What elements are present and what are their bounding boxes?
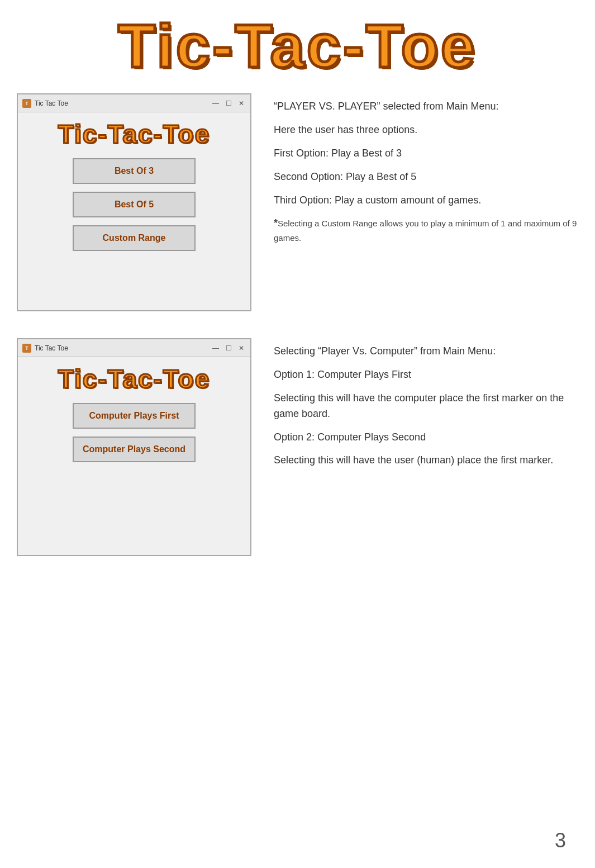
description-panel-2: Selecting “Player Vs. Computer” from Mai… (274, 338, 578, 476)
desc1-note: *Selecting a Custom Range allows you to … (274, 216, 578, 244)
window-logo-1: Tic-Tac-Toe (58, 119, 210, 149)
window-panel-1: T Tic Tac Toe — ☐ ✕ Tic-Tac-Toe Best Of … (17, 93, 251, 311)
desc1-note-text: Selecting a Custom Range allows you to p… (274, 219, 577, 243)
window-titlebar-1: T Tic Tac Toe — ☐ ✕ (18, 94, 250, 112)
desc2-line2: Selecting this will have the computer pl… (274, 391, 578, 422)
desc1-line4: Third Option: Play a custom amount of ga… (274, 193, 578, 208)
page-number: 3 (555, 829, 566, 852)
desc2-line1: Option 1: Computer Plays First (274, 367, 578, 383)
window-logo-2: Tic-Tac-Toe (58, 364, 210, 394)
window-controls-2: — ☐ ✕ (211, 344, 246, 352)
window-body-2: Tic-Tac-Toe Computer Plays First Compute… (18, 357, 250, 481)
computer-plays-second-button[interactable]: Computer Plays Second (73, 437, 196, 462)
close-button-1[interactable]: ✕ (237, 99, 246, 107)
description-panel-1: “PLAYER VS. PLAYER” selected from Main M… (274, 93, 578, 253)
desc1-heading: “PLAYER VS. PLAYER” selected from Main M… (274, 99, 578, 115)
header-logo-text: Tic-Tac-Toe (118, 10, 477, 81)
best-of-5-button[interactable]: Best Of 5 (73, 192, 196, 217)
main-content: T Tic Tac Toe — ☐ ✕ Tic-Tac-Toe Best Of … (0, 93, 595, 583)
desc1-line2: First Option: Play a Best of 3 (274, 146, 578, 162)
section2-row: T Tic Tac Toe — ☐ ✕ Tic-Tac-Toe Computer… (17, 338, 578, 556)
desc1-line3: Second Option: Play a Best of 5 (274, 169, 578, 185)
custom-range-button[interactable]: Custom Range (73, 225, 196, 251)
section1-row: T Tic Tac Toe — ☐ ✕ Tic-Tac-Toe Best Of … (17, 93, 578, 311)
window-titlebar-2: T Tic Tac Toe — ☐ ✕ (18, 339, 250, 357)
window-title-label-1: Tic Tac Toe (35, 99, 68, 107)
minimize-button-1[interactable]: — (211, 99, 221, 107)
desc2-line4: Selecting this will have the user (human… (274, 453, 578, 468)
asterisk-icon: * (274, 217, 278, 229)
computer-plays-first-button[interactable]: Computer Plays First (73, 403, 196, 429)
window-panel-2: T Tic Tac Toe — ☐ ✕ Tic-Tac-Toe Computer… (17, 338, 251, 556)
minimize-button-2[interactable]: — (211, 344, 221, 352)
app-icon-2: T (22, 344, 31, 353)
header-section: Tic-Tac-Toe (0, 0, 595, 93)
maximize-button-1[interactable]: ☐ (224, 99, 234, 107)
maximize-button-2[interactable]: ☐ (224, 344, 234, 352)
window-body-1: Tic-Tac-Toe Best Of 3 Best Of 5 Custom R… (18, 112, 250, 270)
window-title-left-1: T Tic Tac Toe (22, 99, 68, 108)
window-controls-1: — ☐ ✕ (211, 99, 246, 107)
desc2-heading: Selecting “Player Vs. Computer” from Mai… (274, 344, 578, 359)
app-icon-1: T (22, 99, 31, 108)
best-of-3-button[interactable]: Best Of 3 (73, 158, 196, 184)
desc2-line3: Option 2: Computer Plays Second (274, 430, 578, 445)
window-title-left-2: T Tic Tac Toe (22, 344, 68, 353)
close-button-2[interactable]: ✕ (237, 344, 246, 352)
desc1-line1: Here the user has three options. (274, 122, 578, 138)
window-title-label-2: Tic Tac Toe (35, 344, 68, 352)
